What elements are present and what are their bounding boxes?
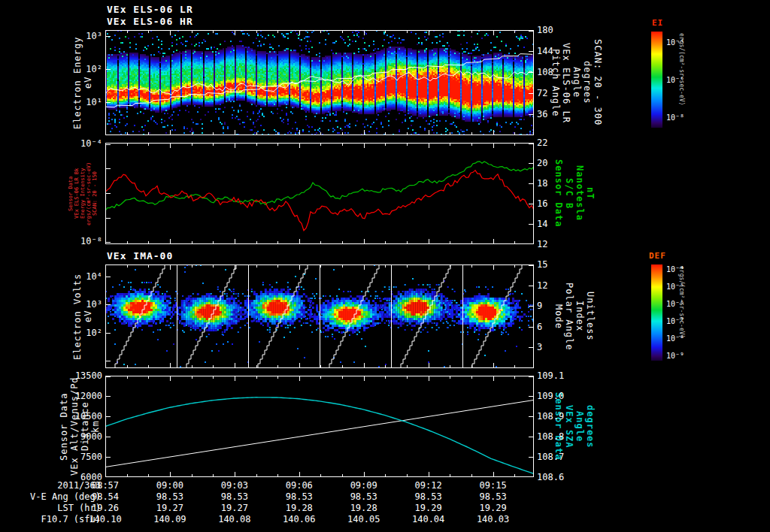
def-colorbar-tick-label: 10⁻⁴ xyxy=(666,264,684,274)
panel4-left-tick-label: 10500 xyxy=(63,412,102,422)
panel1-right-tick-label: 36 xyxy=(537,110,547,119)
panel1-title-lr: VEx ELS-06 LR xyxy=(107,4,193,15)
panel4-right-tick-label: 108.9 xyxy=(537,412,564,422)
bottom-row-value: 98.53 xyxy=(340,492,388,502)
panel1-left-tick-label: 10³ xyxy=(63,32,102,41)
bottom-row-value: 140.05 xyxy=(340,515,388,524)
ima-spectrogram-canvas xyxy=(105,264,534,368)
bottom-row-value: 19.29 xyxy=(469,503,517,513)
panel2-right-tick-label: 16 xyxy=(537,199,547,209)
ei-colorbar-tick-label: 10⁻⁴ xyxy=(666,38,684,47)
els-bk-intensity-axis-label: Sensor Data VEx ELS-06 LR Bk Energy Inte… xyxy=(68,143,98,244)
panel3-right-tick-label: 15 xyxy=(537,260,547,270)
def-colorbar-tick-label: 10⁻⁸ xyxy=(666,334,684,343)
panel3-title: VEx IMA-00 xyxy=(107,250,173,261)
panel3-right-tick-label: 9 xyxy=(537,301,542,311)
bottom-row-value: 19.27 xyxy=(211,503,259,513)
panel4-left-tick-label: 7500 xyxy=(63,452,102,462)
panel2-right-tick-label: 14 xyxy=(537,219,547,229)
panel2-right-tick-label: 20 xyxy=(537,159,547,168)
panel2-right-tick-label: 18 xyxy=(537,179,547,189)
ei-colorbar xyxy=(651,32,662,128)
bottom-row-value: 98.53 xyxy=(469,492,517,502)
time-tick-label: 09:00 xyxy=(146,481,194,491)
panel2-right-tick-label: 12 xyxy=(537,240,547,249)
ei-colorbar-units: ergs/(cm²-sr-sec-eV) xyxy=(678,33,685,153)
bottom-row-value: 140.10 xyxy=(81,515,129,524)
time-tick-label: 09:15 xyxy=(469,481,517,491)
def-colorbar-tick-label: 10⁻⁶ xyxy=(666,299,684,309)
panel4-right-tick-label: 108.6 xyxy=(537,473,564,482)
time-tick-label: 09:09 xyxy=(340,481,388,491)
panel1-left-tick-label: 10² xyxy=(63,65,102,74)
bottom-row-value: 140.06 xyxy=(275,515,323,524)
def-colorbar-title: DEF xyxy=(649,251,666,261)
panel2-left-tick-label: 10⁻⁴ xyxy=(63,139,102,149)
panel2-right-tick-label: 22 xyxy=(537,138,547,148)
bottom-row-value: 140.04 xyxy=(405,515,453,524)
bottom-row-value: 19.27 xyxy=(146,503,194,513)
panel4-right-tick-label: 108.7 xyxy=(537,452,564,462)
panel2-left-tick-label: 10⁻⁸ xyxy=(63,237,102,246)
bottom-row-value: 19.28 xyxy=(275,503,323,513)
def-colorbar-tick-label: 10⁻⁷ xyxy=(666,316,684,326)
panel1-left-tick-label: 10¹ xyxy=(63,98,102,107)
panel4-left-tick-label: 13500 xyxy=(63,371,102,381)
panel3-left-tick-label: 10² xyxy=(63,328,102,338)
panel4-right-tick-label: 108.8 xyxy=(537,432,564,442)
bottom-row-value: 19.26 xyxy=(81,503,129,513)
bottom-row-value: 19.28 xyxy=(340,503,388,513)
vex-quicklook-plot: VEx ELS-06 LR VEx ELS-06 HR VEx IMA-00 E… xyxy=(0,0,770,532)
bottom-row-value: 98.54 xyxy=(81,492,129,502)
bottom-row-value: 19.29 xyxy=(405,503,453,513)
mode-polar-angle-axis-label: Mode Polar Angle Index Unitless xyxy=(553,264,596,368)
panel3-left-tick-label: 10⁴ xyxy=(63,272,102,282)
time-tick-label: 09:06 xyxy=(275,481,323,491)
panel4-left-tick-label: 12000 xyxy=(63,391,102,401)
ei-colorbar-tick-label: 10⁻⁶ xyxy=(666,75,684,85)
bottom-row-value: 98.53 xyxy=(146,492,194,502)
panel4-right-tick-label: 109.1 xyxy=(537,371,564,381)
time-tick-label: 09:12 xyxy=(405,481,453,491)
panel1-right-tick-label: 72 xyxy=(537,89,547,98)
panel1-right-tick-label: 180 xyxy=(537,26,553,35)
bottom-row-value: 98.53 xyxy=(405,492,453,502)
sc-b-axis-label: Sensor Data S/C B Nanotesla nT xyxy=(553,143,596,244)
panel1-right-tick-label: 144 xyxy=(537,47,553,56)
def-colorbar-tick-label: 10⁻⁵ xyxy=(666,282,684,292)
panel3-left-tick-label: 10³ xyxy=(63,300,102,310)
panel3-right-tick-label: 12 xyxy=(537,281,547,291)
altitude-sza-canvas xyxy=(105,376,534,477)
panel3-right-tick-label: 3 xyxy=(537,343,542,352)
panel4-left-tick-label: 9000 xyxy=(63,432,102,442)
panel3-right-tick-label: 6 xyxy=(537,322,542,332)
bottom-row-value: 140.03 xyxy=(469,515,517,524)
ei-colorbar-title: EI xyxy=(652,18,663,28)
ei-colorbar-tick-label: 10⁻⁸ xyxy=(666,113,684,122)
bottom-row-value: 98.53 xyxy=(211,492,259,502)
bottom-row-value: 140.09 xyxy=(146,515,194,524)
def-colorbar xyxy=(651,264,662,361)
bfield-lineplot-canvas xyxy=(105,143,534,244)
els-spectrogram-canvas xyxy=(105,30,534,135)
bottom-row-value: 98.53 xyxy=(275,492,323,502)
bottom-row-value: 140.08 xyxy=(211,515,259,524)
panel1-title-hr: VEx ELS-06 HR xyxy=(107,16,193,27)
electron-energy-axis-label: Electron Energy eV xyxy=(72,30,93,135)
def-colorbar-tick-label: 10⁻⁹ xyxy=(666,351,684,361)
time-tick-label: 08:57 xyxy=(81,481,129,491)
panel4-right-tick-label: 109.0 xyxy=(537,391,564,401)
time-tick-label: 09:03 xyxy=(211,481,259,491)
panel1-right-tick-label: 108 xyxy=(537,68,553,77)
pitch-angle-axis-label: Pitch Angle VEx ELS-06 LR Angle degrees … xyxy=(550,30,603,135)
